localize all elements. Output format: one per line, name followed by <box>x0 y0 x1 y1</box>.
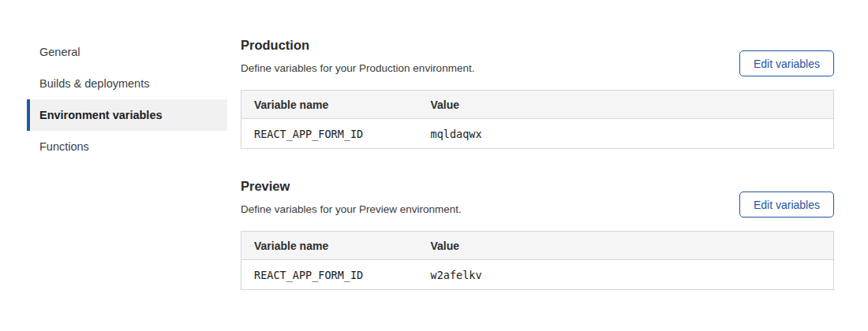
edit-variables-button[interactable]: Edit variables <box>739 50 834 76</box>
column-header-variable-name: Variable name <box>241 232 418 260</box>
sidebar-item-environment-variables[interactable]: Environment variables <box>27 99 227 131</box>
table-header-row: Variable name Value <box>241 232 834 260</box>
preview-section: Preview Define variables for your Previe… <box>241 180 834 290</box>
sidebar-item-label: Functions <box>39 140 89 153</box>
table-row: REACT_APP_FORM_ID mqldaqwx <box>241 119 834 149</box>
sidebar-item-label: Builds & deployments <box>39 77 149 90</box>
column-header-value: Value <box>418 91 834 119</box>
sidebar-item-label: Environment variables <box>39 109 163 121</box>
sidebar-item-general[interactable]: General <box>27 36 227 68</box>
production-section: Production Define variables for your Pro… <box>241 39 834 149</box>
sidebar-item-builds-deployments[interactable]: Builds & deployments <box>27 68 227 99</box>
variable-value-cell: mqldaqwx <box>418 119 834 149</box>
table-row: REACT_APP_FORM_ID w2afelkv <box>241 260 834 290</box>
variable-name-cell: REACT_APP_FORM_ID <box>241 119 418 149</box>
variable-name-cell: REACT_APP_FORM_ID <box>241 260 418 290</box>
environment-variables-panel: Production Define variables for your Pro… <box>241 39 834 290</box>
column-header-variable-name: Variable name <box>241 91 418 119</box>
sidebar-item-label: General <box>39 46 80 58</box>
column-header-value: Value <box>418 232 834 260</box>
env-vars-table: Variable name Value REACT_APP_FORM_ID w2… <box>241 231 834 290</box>
table-header-row: Variable name Value <box>241 91 834 119</box>
env-vars-table: Variable name Value REACT_APP_FORM_ID mq… <box>241 90 834 149</box>
edit-variables-button[interactable]: Edit variables <box>739 192 834 218</box>
variable-value-cell: w2afelkv <box>418 260 834 290</box>
settings-nav: General Builds & deployments Environment… <box>27 36 227 162</box>
sidebar-item-functions[interactable]: Functions <box>27 131 227 162</box>
